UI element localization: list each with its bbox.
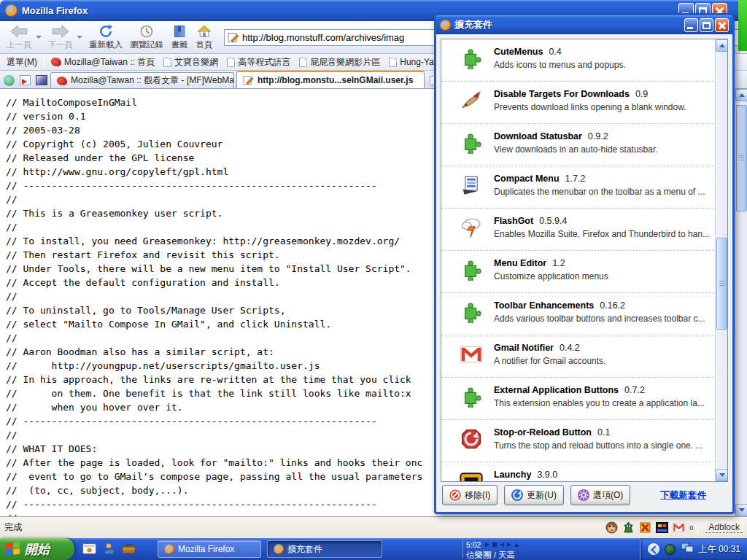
- quick-launch-area: [82, 541, 136, 556]
- fox-swoosh-icon: [459, 87, 484, 114]
- tray-green-app-icon[interactable]: [665, 544, 676, 555]
- extensions-list-scrollbar[interactable]: [715, 39, 727, 481]
- reload-button[interactable]: 重新載入: [85, 23, 126, 51]
- back-button[interactable]: 上一頁: [3, 23, 36, 51]
- down-arrow-icon: [719, 473, 725, 477]
- extension-description: Adds icons to menus and popups.: [494, 60, 626, 70]
- taskbar: 開始 Mozilla Firefox 擴充套件 5:02: [0, 538, 747, 560]
- extension-list-item[interactable]: Toolbar Enhancements0.16.2 Adds various …: [441, 293, 727, 335]
- gmail-notifier-status-icon[interactable]: [673, 521, 685, 534]
- extension-name: Toolbar Enhancements: [494, 300, 594, 311]
- puzzle-icon: [459, 256, 484, 284]
- dialog-minimize-button[interactable]: [684, 18, 698, 32]
- remove-icon: [449, 489, 461, 501]
- dialog-maximize-button[interactable]: [700, 18, 713, 32]
- extension-list-item[interactable]: External Application Buttons0.7.2 This e…: [441, 378, 727, 420]
- open-link-toolbar-button[interactable]: [18, 74, 32, 87]
- page-icon: [389, 58, 397, 67]
- scroll-up-button[interactable]: [716, 39, 728, 52]
- stop-icon[interactable]: [492, 542, 497, 547]
- tray-network-icon[interactable]: [681, 542, 694, 556]
- pc-logo-icon[interactable]: [656, 521, 668, 534]
- extension-list-item[interactable]: FlashGot0.5.9.4 Enables Mozilla Suite, F…: [441, 209, 727, 251]
- next-track-icon[interactable]: [507, 542, 511, 547]
- forward-dropdown-icon[interactable]: [77, 36, 82, 39]
- red-yellow-badge-icon[interactable]: [639, 521, 651, 534]
- blue-square-toolbar-button[interactable]: [34, 74, 48, 87]
- mozilla-lizard-icon: [57, 77, 67, 85]
- extension-list-item[interactable]: Gmail Notifier0.4.2 A notifier for Gmail…: [441, 335, 727, 378]
- extension-list-item[interactable]: Compact Menu1.7.2 Duplicates the menubar…: [441, 166, 727, 209]
- start-button[interactable]: 開始: [0, 538, 74, 560]
- adblock-status-button[interactable]: Adblock: [705, 522, 743, 533]
- extension-description: Turns the stop and reload buttons into a…: [494, 440, 703, 451]
- extension-version: 0.9.2: [588, 131, 608, 141]
- extension-description: This extension enables you to create a a…: [494, 398, 705, 408]
- forward-button[interactable]: 下一頁: [44, 23, 77, 51]
- extension-version: 3.9.0: [537, 470, 557, 480]
- taskbar-task-extensions[interactable]: 擴充套件: [267, 540, 382, 558]
- bookmark-item[interactable]: 高等程式語言: [225, 55, 293, 69]
- play-icon[interactable]: [485, 542, 489, 547]
- extension-list-item[interactable]: Stop-or-Reload Button0.1 Turns the stop …: [441, 420, 727, 462]
- windows-flag-icon: [6, 542, 20, 556]
- gmail-unread-count: 0: [689, 524, 693, 532]
- extension-list-item[interactable]: Launchy3.9.0: [441, 462, 727, 482]
- taskbar-task-firefox[interactable]: Mozilla Firefox: [158, 540, 261, 558]
- userscript-pencil-icon: [243, 75, 254, 85]
- dialog-titlebar[interactable]: 擴充套件: [436, 15, 732, 34]
- bookmark-item[interactable]: 屁屁音樂網影片區: [297, 55, 382, 69]
- content-vertical-scrollbar[interactable]: [735, 89, 747, 516]
- forward-arrow-icon: [50, 24, 71, 39]
- extension-list-item[interactable]: Disable Targets For Downloads0.9 Prevent…: [441, 82, 727, 124]
- page-icon: [299, 58, 307, 67]
- puzzle-icon: [459, 44, 484, 72]
- bookmark-item[interactable]: Mozilla@Taiwan :: 首頁: [49, 55, 157, 69]
- page-red-arrow-icon: [20, 75, 31, 85]
- scroll-up-button[interactable]: [735, 89, 747, 101]
- scrollbar-thumb[interactable]: [716, 238, 727, 330]
- extension-list-item[interactable]: Menu Editor1.2 Customize application men…: [441, 251, 727, 293]
- extension-list-item[interactable]: CuteMenus0.4 Adds icons to menus and pop…: [441, 39, 727, 82]
- green-monster-icon[interactable]: [622, 521, 635, 534]
- puzzle-icon: [459, 129, 484, 157]
- scrollbar-thumb[interactable]: [736, 105, 747, 211]
- compact-menu-button[interactable]: 選單(M): [4, 55, 39, 69]
- extension-version: 0.4: [549, 47, 561, 57]
- expand-icon[interactable]: [514, 542, 519, 547]
- bookmarks-button[interactable]: 書籤: [167, 23, 192, 51]
- desktop-background-sliver: [738, 0, 747, 51]
- dialog-close-button[interactable]: [715, 18, 729, 32]
- history-button[interactable]: 瀏覽記錄: [126, 23, 167, 51]
- previous-track-icon[interactable]: [500, 542, 504, 547]
- window-title: Mozilla Firefox: [22, 5, 88, 16]
- home-button[interactable]: 首頁: [192, 23, 217, 51]
- extension-description: Duplicates the menubar on the toolbar as…: [494, 187, 705, 197]
- media-player-deskband[interactable]: 5:02 信樂團 / 天高: [462, 539, 561, 559]
- quick-launch-window-icon[interactable]: [82, 541, 96, 556]
- greasemonkey-icon[interactable]: [605, 521, 618, 534]
- scroll-down-button[interactable]: [716, 469, 728, 481]
- bookmark-item[interactable]: 艾寶音樂網: [161, 55, 220, 69]
- book-icon: [171, 24, 188, 39]
- back-dropdown-icon[interactable]: [36, 36, 42, 39]
- get-more-extensions-link[interactable]: 下載新套件: [661, 489, 707, 502]
- hide-icons-chevron-button[interactable]: [648, 543, 659, 555]
- mozilla-lizard-icon: [51, 58, 61, 66]
- remove-button[interactable]: 移除(I): [442, 485, 498, 505]
- options-button[interactable]: 選項(O): [570, 485, 630, 505]
- up-arrow-icon: [719, 44, 725, 47]
- extension-list-item[interactable]: Download Statusbar0.9.2 View downloads i…: [441, 124, 727, 166]
- quick-launch-messenger-icon[interactable]: [101, 541, 116, 556]
- bookmark-item[interactable]: Hung-Ya: [387, 56, 436, 68]
- extension-name: Stop-or-Reload Button: [494, 427, 592, 438]
- desktop: Mozilla Firefox 上一頁 下一頁 重新載入: [0, 0, 747, 560]
- quick-launch-briefcase-icon[interactable]: [121, 541, 136, 556]
- options-gear-icon: [578, 489, 589, 501]
- update-button[interactable]: 更新(U): [504, 485, 564, 505]
- green-mascot-toolbar-button[interactable]: [2, 74, 16, 87]
- scroll-down-button[interactable]: [735, 504, 747, 516]
- tab-mozilla-taiwan[interactable]: Mozilla@Taiwan :: 觀看文章 - [MF]WebMail...: [50, 72, 234, 88]
- extension-name: External Application Buttons: [494, 385, 619, 395]
- tab-userscript-active[interactable]: http://blog.monstu...seInGMail.user.js: [236, 71, 425, 88]
